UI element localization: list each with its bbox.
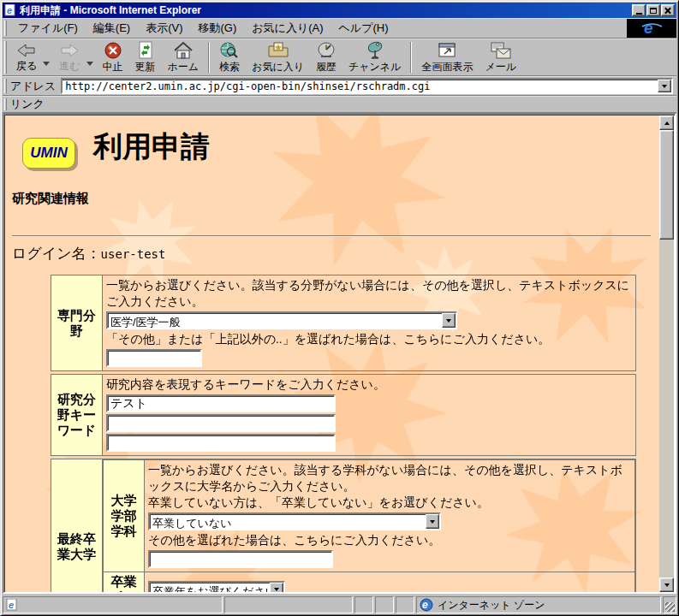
menu-view[interactable]: 表示(V)	[138, 18, 190, 38]
menu-help[interactable]: ヘルプ(H)	[331, 18, 396, 38]
login-value: user-test	[101, 247, 166, 261]
vertical-scrollbar[interactable]	[659, 116, 674, 592]
university-content: 大学学部学科 一覧からお選びください。該当する学科がない場合には、その他を選択し…	[103, 459, 636, 593]
links-bar-grip[interactable]	[4, 98, 7, 110]
window-resize-grip[interactable]	[663, 596, 676, 613]
specialty-other-note: 「その他」または「上記以外の..」を選ばれた場合は、こちらにご入力ください。	[106, 331, 632, 347]
mail-button[interactable]: メール	[479, 40, 522, 74]
scroll-down-button[interactable]	[659, 578, 674, 592]
status-cell-3	[396, 596, 414, 613]
dept-other-note: その他を選ばれた場合は、こちらにご入力ください。	[148, 532, 631, 548]
specialty-select[interactable]: 医学/医学一般	[106, 311, 457, 329]
search-icon	[219, 41, 240, 60]
dept-select-button[interactable]	[426, 514, 439, 529]
svg-text:e: e	[9, 600, 14, 610]
scroll-up-button[interactable]	[659, 116, 674, 130]
keywords-instruction: 研究内容を表現するキーワードをご入力ください。	[106, 376, 632, 393]
application-form: 専門分野 一覧からお選びください。該当する分野がない場合には、その他を選択し、テ…	[51, 275, 636, 592]
dept-grad-note: 卒業していない方は、「卒業していない」をお選びください。	[148, 495, 631, 511]
search-button[interactable]: 検索	[213, 40, 246, 74]
back-button[interactable]: 戻る	[10, 40, 43, 74]
specialty-section: 専門分野 一覧からお選びください。該当する分野がない場合には、その他を選択し、テ…	[51, 275, 636, 371]
status-cell-2	[375, 596, 394, 613]
dept-select-value: 卒業していない	[150, 514, 426, 529]
history-button[interactable]: 履歴	[310, 40, 342, 74]
forward-button[interactable]: 進む	[53, 40, 86, 74]
refresh-button[interactable]: 更新	[129, 40, 162, 74]
stop-icon	[104, 41, 122, 60]
back-arrow-icon	[16, 41, 37, 59]
keyword-input-2[interactable]	[106, 414, 336, 432]
dept-select[interactable]: 卒業していない	[148, 512, 441, 530]
menu-favorites[interactable]: お気に入り(A)	[244, 18, 331, 38]
page-title: 利用申請	[93, 127, 210, 167]
chevron-down-icon	[430, 520, 435, 524]
close-button[interactable]	[661, 4, 675, 16]
university-inner-table: 大学学部学科 一覧からお選びください。該当する学科がない場合には、その他を選択し…	[103, 459, 635, 592]
home-label: ホーム	[168, 60, 200, 74]
address-combo	[61, 78, 673, 94]
favorites-label: お気に入り	[252, 60, 304, 74]
dept-other-input[interactable]	[148, 550, 333, 568]
keywords-section: 研究分野キーワード 研究内容を表現するキーワードをご入力ください。	[51, 374, 636, 456]
mail-label: メール	[485, 60, 516, 74]
home-button[interactable]: ホーム	[162, 40, 205, 74]
address-input[interactable]	[63, 80, 658, 92]
toolbar-grip[interactable]	[4, 41, 7, 74]
chevron-down-icon	[664, 583, 670, 587]
keyword-input-3[interactable]	[106, 434, 336, 452]
grad-year-label: 卒業年	[104, 572, 145, 593]
favorites-folder-icon	[267, 41, 289, 60]
umin-logo: UMIN	[22, 138, 75, 169]
grad-year-select[interactable]: 卒業年をお選びください	[148, 581, 285, 593]
menu-file[interactable]: ファイル(F)	[10, 18, 86, 38]
back-dropdown-icon[interactable]	[43, 62, 50, 66]
forward-dropdown-icon[interactable]	[86, 62, 93, 66]
chevron-down-icon	[446, 319, 451, 323]
menu-edit[interactable]: 編集(E)	[86, 18, 138, 38]
title-bar[interactable]: e 利用申請 - Microsoft Internet Explorer	[3, 3, 676, 18]
favorites-button[interactable]: お気に入り	[246, 40, 310, 74]
web-page: UMIN 利用申請 研究関連情報 ログイン名：user-test 専門分野 一覧…	[5, 116, 659, 592]
search-label: 検索	[219, 60, 240, 74]
minimize-button[interactable]	[632, 4, 646, 16]
fullscreen-icon	[437, 41, 457, 60]
toolbar-separator	[208, 42, 210, 73]
history-clock-icon	[316, 41, 337, 60]
history-label: 履歴	[316, 60, 337, 74]
page-subtitle: 研究関連情報	[12, 191, 89, 207]
status-main-panel: e	[3, 596, 223, 613]
address-bar: アドレス	[3, 76, 676, 96]
grad-year-select-button[interactable]	[270, 583, 283, 593]
table-row: 大学学部学科 一覧からお選びください。該当する学科がない場合には、その他を選択し…	[104, 460, 635, 572]
address-dropdown-button[interactable]	[658, 80, 671, 92]
scrollbar-thumb[interactable]	[659, 130, 674, 240]
specialty-label: 専門分野	[51, 275, 103, 371]
keywords-content: 研究内容を表現するキーワードをご入力ください。	[103, 375, 636, 456]
stop-button[interactable]: 中止	[97, 40, 129, 74]
specialty-other-input[interactable]	[106, 349, 202, 367]
maximize-button[interactable]	[646, 4, 660, 16]
channels-dish-icon	[366, 41, 384, 60]
chevron-down-icon	[274, 588, 279, 591]
browser-viewport: UMIN 利用申請 研究関連情報 ログイン名：user-test 専門分野 一覧…	[3, 113, 676, 594]
menu-bar-grip[interactable]	[4, 21, 7, 36]
fullscreen-label: 全画面表示	[421, 60, 473, 74]
grad-year-content: 卒業年をお選びください	[145, 572, 635, 593]
keyword-input-1[interactable]	[106, 394, 336, 412]
chevron-up-icon	[664, 121, 670, 125]
specialty-select-button[interactable]	[442, 313, 456, 328]
umin-logo-text: UMIN	[30, 145, 67, 162]
status-cell-1	[354, 596, 373, 613]
table-row: 卒業年 卒業年をお選びください	[104, 572, 635, 593]
ie-throbber-logo: e	[627, 19, 676, 38]
status-bar: e e インターネット ゾーン	[3, 594, 676, 613]
login-label: ログイン名：	[12, 246, 101, 262]
address-bar-grip[interactable]	[4, 79, 7, 93]
menu-go[interactable]: 移動(G)	[191, 18, 245, 38]
fullscreen-button[interactable]: 全画面表示	[415, 40, 479, 74]
channels-button[interactable]: チャンネル	[342, 40, 407, 74]
dept-instruction: 一覧からお選びください。該当する学科がない場合には、その他を選択し、テキストボッ…	[148, 462, 631, 495]
toolbar: 戻る 進む 中止	[3, 38, 676, 76]
svg-text:e: e	[644, 20, 653, 37]
